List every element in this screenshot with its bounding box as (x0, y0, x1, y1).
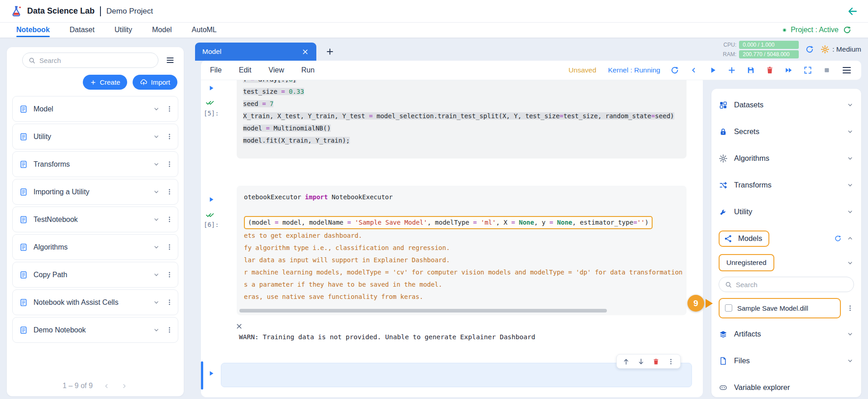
more-options-icon[interactable] (166, 105, 173, 113)
chevron-down-icon[interactable] (846, 128, 854, 135)
instance-gear-icon[interactable] (820, 45, 830, 54)
empty-cell-run-icon[interactable] (207, 370, 215, 377)
more-options-icon[interactable] (166, 133, 173, 140)
model-item-checkbox[interactable] (725, 304, 732, 312)
run-all-icon[interactable] (784, 66, 793, 75)
chevron-down-icon[interactable] (153, 326, 160, 334)
list-item-demo-notebook[interactable]: Demo Notebook (12, 317, 178, 343)
nav-tab-automl[interactable]: AutoML (192, 23, 217, 37)
list-item-testnotebook[interactable]: TestNotebook (12, 207, 178, 232)
models-search-input[interactable] (736, 281, 848, 288)
chevron-down-icon[interactable] (153, 298, 160, 306)
toolbar-menu-icon[interactable] (841, 65, 852, 76)
section-transforms[interactable]: Transforms (719, 172, 854, 198)
more-options-icon[interactable] (166, 298, 173, 306)
create-button[interactable]: Create (83, 75, 127, 90)
cell-5-code[interactable]: Y = array[:,8]test_size = 0.33seed = 7X_… (237, 80, 687, 159)
chevron-down-icon[interactable] (846, 259, 854, 267)
monitor-refresh-icon[interactable] (805, 45, 814, 54)
chevron-down-icon[interactable] (153, 105, 160, 113)
section-files[interactable]: Files (719, 347, 854, 374)
chevron-down-icon[interactable] (846, 208, 854, 216)
more-options-icon[interactable] (166, 216, 173, 223)
search-input[interactable] (39, 57, 153, 64)
section-algorithms[interactable]: Algorithms (719, 145, 854, 172)
add-cell-icon[interactable] (727, 66, 736, 75)
horizontal-scrollbar[interactable] (239, 309, 607, 312)
more-options-icon[interactable] (166, 326, 173, 334)
section-models[interactable]: Models (719, 225, 854, 252)
chevron-down-icon[interactable] (846, 101, 854, 109)
move-cell-down-icon[interactable] (637, 358, 645, 365)
cell-5-run-icon[interactable] (207, 84, 215, 92)
menu-run[interactable]: Run (301, 66, 315, 74)
project-refresh-icon[interactable] (843, 25, 852, 34)
chevron-up-icon[interactable] (846, 235, 854, 242)
list-item-transforms[interactable]: Transforms (12, 151, 178, 177)
list-item-importing-a-utility[interactable]: Importing a Utility (12, 179, 178, 205)
kernel-refresh-icon[interactable] (670, 66, 679, 75)
chevron-down-icon[interactable] (846, 181, 854, 189)
list-item-copy-path[interactable]: Copy Path (12, 262, 178, 288)
sidebar-search-box[interactable] (22, 53, 158, 68)
more-options-icon[interactable] (166, 243, 173, 251)
list-item-model[interactable]: Model (12, 96, 178, 122)
chevron-down-icon[interactable] (153, 188, 160, 196)
annotation-step-badge: 9 (687, 295, 713, 312)
fullscreen-icon[interactable] (803, 66, 812, 75)
tab-model[interactable]: Model (195, 43, 316, 61)
nav-tab-notebook[interactable]: Notebook (16, 23, 50, 37)
back-arrow-icon[interactable] (847, 6, 858, 17)
delete-cell-icon[interactable] (652, 358, 660, 365)
sidebar-menu-icon[interactable] (166, 56, 175, 65)
nav-tab-utility[interactable]: Utility (114, 23, 132, 37)
chevron-down-icon[interactable] (153, 133, 160, 140)
list-item-algorithms[interactable]: Algorithms (12, 234, 178, 260)
warning-close-icon[interactable] (235, 322, 243, 330)
run-cell-icon[interactable] (708, 66, 717, 75)
more-options-icon[interactable] (166, 271, 173, 279)
model-item-highlight-box[interactable]: Sample Save Model.dill (719, 298, 841, 318)
section-datasets[interactable]: Datasets (719, 91, 854, 118)
models-filter-dropdown[interactable]: Unregistered (719, 254, 774, 271)
delete-cell-icon[interactable] (765, 66, 774, 75)
menu-edit[interactable]: Edit (239, 66, 252, 74)
chevron-down-icon[interactable] (153, 216, 160, 223)
nav-tab-dataset[interactable]: Dataset (70, 23, 95, 37)
stop-kernel-icon[interactable] (822, 66, 831, 75)
chevron-down-icon[interactable] (153, 160, 160, 168)
collapse-left-icon[interactable] (689, 66, 698, 75)
models-search-box[interactable] (719, 277, 854, 292)
menu-view[interactable]: View (268, 66, 284, 74)
page-next-icon[interactable] (120, 382, 128, 390)
section-artifacts[interactable]: Artifacts (719, 321, 854, 347)
tab-close-icon[interactable] (301, 48, 309, 56)
instance-size[interactable]: : Medium (820, 45, 861, 54)
save-notebook-icon[interactable] (746, 66, 755, 75)
move-cell-up-icon[interactable] (622, 358, 630, 365)
import-button[interactable]: Import (133, 75, 177, 90)
menu-file[interactable]: File (210, 66, 222, 74)
cell-6-run-icon[interactable] (207, 196, 215, 203)
nav-tab-model[interactable]: Model (152, 23, 172, 37)
cell-more-options-icon[interactable] (667, 358, 675, 365)
datasets-grid-icon (719, 101, 728, 110)
more-options-icon[interactable] (166, 160, 173, 168)
section-utility[interactable]: Utility (719, 198, 854, 225)
section-variable-explorer[interactable]: Variable explorer (719, 374, 854, 397)
chevron-down-icon[interactable] (153, 243, 160, 251)
add-tab-icon[interactable] (325, 47, 334, 61)
list-item-utility[interactable]: Utility (12, 124, 178, 149)
list-item-notebook-with-assist-cells[interactable]: Notebook with Assist Cells (12, 289, 178, 315)
page-prev-icon[interactable] (103, 382, 110, 390)
models-refresh-icon[interactable] (834, 235, 842, 242)
more-options-icon[interactable] (166, 188, 173, 196)
section-secrets[interactable]: Secrets (719, 118, 854, 145)
chevron-down-icon[interactable] (846, 154, 854, 162)
status-dot (782, 28, 787, 32)
model-item-more-icon[interactable] (846, 304, 854, 312)
cell-6-code[interactable]: otebookExecutor import NotebookExecutor … (244, 191, 679, 303)
chevron-down-icon[interactable] (846, 357, 854, 365)
chevron-down-icon[interactable] (846, 330, 854, 338)
chevron-down-icon[interactable] (153, 271, 160, 279)
